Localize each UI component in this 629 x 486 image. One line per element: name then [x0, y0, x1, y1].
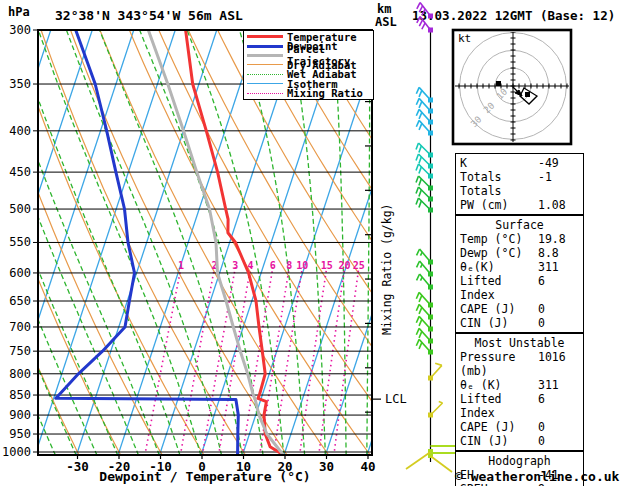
- pressure-tick-label: 500: [9, 202, 31, 216]
- pressure-tick-label: 700: [9, 320, 31, 334]
- info-row-label: Lifted Index: [460, 392, 538, 420]
- temperature-tick-label: 30: [319, 459, 334, 474]
- mixing-ratio-value-label: 8: [286, 260, 292, 271]
- sounding-indices-table: K-49Totals Totals-1PW (cm)1.08SurfaceTem…: [455, 153, 584, 486]
- mixing-ratio-line: [300, 267, 327, 455]
- legend-swatch-parcel-trajectory: [247, 54, 283, 57]
- mixing-ratio-line: [180, 267, 214, 455]
- wind-barb: [417, 3, 433, 19]
- temperature-axis-title: Dewpoint / Temperature (°C): [99, 469, 310, 484]
- legend-swatch-temperature: [247, 35, 283, 38]
- mixing-ratio-line: [319, 267, 345, 455]
- info-row: Dewp (°C)8.8: [456, 246, 583, 260]
- mixing-ratio-value-label: 1: [178, 260, 184, 271]
- mixing-ratio-value-label: 10: [296, 260, 308, 271]
- info-row: Lifted Index6: [456, 392, 583, 420]
- info-row-label: CAPE (J): [460, 420, 538, 434]
- info-row: CIN (J)0: [456, 316, 583, 330]
- info-box-title: Most Unstable: [456, 336, 583, 350]
- pressure-tick-label: 950: [9, 427, 31, 441]
- pressure-tick-label: 750: [9, 344, 31, 358]
- info-row-label: Dewp (°C): [460, 246, 538, 260]
- temperature-tick-label: -30: [66, 459, 89, 474]
- info-row-value: 0: [538, 316, 579, 330]
- pressure-tick-label: 850: [9, 388, 31, 402]
- lcl-label: LCL: [385, 392, 407, 406]
- mixing-ratio-value-label: 3: [232, 260, 238, 271]
- legend-swatch-dewpoint: [247, 45, 283, 48]
- pressure-tick-label: 550: [9, 235, 31, 249]
- pressure-tick-label: 450: [9, 165, 31, 179]
- info-row-value: 19.8: [538, 232, 579, 246]
- info-row-label: θₑ(K): [460, 260, 538, 274]
- info-row: Temp (°C)19.8: [456, 232, 583, 246]
- info-row: Lifted Index6: [456, 274, 583, 302]
- wind-barb: [417, 17, 433, 33]
- copyright-footer: © weatheronline.co.uk: [455, 469, 619, 484]
- info-row-label: Pressure (mb): [460, 350, 538, 378]
- info-row-value: 8.8: [538, 246, 579, 260]
- mixing-ratio-value-label: 15: [321, 260, 333, 271]
- info-row-value: 311: [538, 260, 579, 274]
- mixing-ratio-line: [145, 267, 181, 455]
- info-box-title: Surface: [456, 218, 583, 232]
- pressure-tick-label: 600: [9, 266, 31, 280]
- plot-legend: TemperatureDewpointParcel TrajectoryDry …: [243, 30, 374, 100]
- mixing-ratio-line: [274, 267, 303, 455]
- info-row: θₑ(K)311: [456, 260, 583, 274]
- info-row-value: 0: [538, 434, 579, 448]
- info-box-surface: SurfaceTemp (°C)19.8Dewp (°C)8.8θₑ(K)311…: [455, 215, 584, 333]
- pressure-tick-label: 900: [9, 408, 31, 422]
- info-row: CAPE (J)0: [456, 302, 583, 316]
- legend-swatch-isotherm: [247, 83, 283, 84]
- info-row-label: PW (cm): [460, 198, 538, 212]
- mixing-ratio-value-label: 6: [270, 260, 276, 271]
- info-row-label: CIN (J): [460, 316, 538, 330]
- temperature-tick-label: 40: [360, 459, 375, 474]
- info-row-value: -1: [538, 170, 579, 198]
- info-row-label: Lifted Index: [460, 274, 538, 302]
- info-row-label: Temp (°C): [460, 232, 538, 246]
- info-box-title: Hodograph: [456, 454, 583, 468]
- mixing-ratio-value-label: 25: [353, 260, 365, 271]
- info-row-label: K: [460, 156, 538, 170]
- mixing-ratio-axis-label: Mixing Ratio (g/kg): [380, 203, 394, 335]
- info-box-most-unstable: Most UnstablePressure (mb)1016θₑ (K)311L…: [455, 333, 584, 451]
- legend-item: Mixing Ratio: [244, 88, 373, 97]
- info-row: CIN (J)0: [456, 434, 583, 448]
- pressure-tick-label: 300: [9, 23, 31, 37]
- mixing-ratio-line: [202, 267, 235, 455]
- mixing-ratio-value-label: 20: [339, 260, 351, 271]
- info-row-label: θₑ (K): [460, 378, 538, 392]
- info-row-value: 311: [538, 378, 579, 392]
- info-box-indices: K-49Totals Totals-1PW (cm)1.08: [455, 153, 584, 215]
- info-row-value: 1016: [538, 350, 579, 378]
- info-row: θₑ (K)311: [456, 378, 583, 392]
- pressure-tick-label: 1000: [2, 445, 31, 459]
- legend-swatch-wet-adiabat: [247, 74, 283, 75]
- info-row: Pressure (mb)1016: [456, 350, 583, 378]
- info-row-label: Totals Totals: [460, 170, 538, 198]
- info-row: CAPE (J)0: [456, 420, 583, 434]
- info-row-value: 6: [538, 392, 579, 420]
- info-row-value: -49: [538, 156, 579, 170]
- info-row: Totals Totals-1: [456, 170, 583, 198]
- pressure-tick-label: 650: [9, 294, 31, 308]
- info-row: PW (cm)1.08: [456, 198, 583, 212]
- pressure-tick-label: 400: [9, 124, 31, 138]
- legend-label: Mixing Ratio: [287, 87, 363, 99]
- legend-swatch-dry-adiabat: [247, 64, 283, 65]
- legend-swatch-mixing-ratio: [247, 93, 283, 94]
- info-row-value: 6: [538, 274, 579, 302]
- pressure-tick-label: 350: [9, 77, 31, 91]
- isotherm-line: [0, 30, 9, 455]
- info-row-value: 1.08: [538, 198, 579, 212]
- info-row-label: CAPE (J): [460, 302, 538, 316]
- pressure-tick-label: 800: [9, 367, 31, 381]
- info-row-value: 0: [538, 302, 579, 316]
- info-row: K-49: [456, 156, 583, 170]
- skewt-sounding-app: { "header": { "pressure_unit": "hPa", "s…: [0, 0, 629, 486]
- info-row-value: 0: [538, 420, 579, 434]
- info-row-label: CIN (J): [460, 434, 538, 448]
